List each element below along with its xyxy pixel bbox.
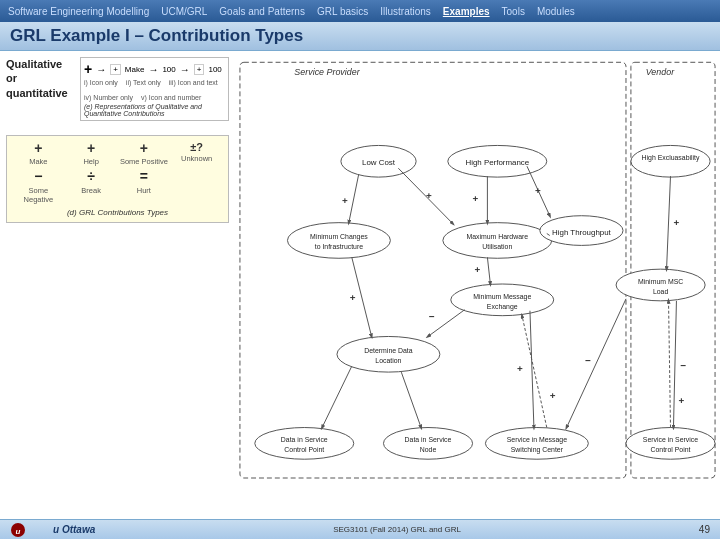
footer-page-number: 49 [699,524,710,535]
svg-text:u: u [16,527,21,536]
node-data-scp-label: Data in Service [281,436,328,443]
top-navigation: Software Engineering Modelling UCM/GRL G… [0,0,720,22]
arrow-minmsg-svcmsc [530,311,534,428]
node-svc-msc-label2: Switching Center [511,446,564,454]
nav-item-ucm[interactable]: UCM/GRL [161,6,207,17]
node-det-data-label: Determine Data [364,347,413,354]
logo-text: u Ottawa [53,524,95,535]
vendor-label: Vendor [646,67,675,77]
footer: u u Ottawa SEG3101 (Fall 2014) GRL and G… [0,519,720,539]
unknown-symbol: ±? [190,141,203,153]
some-positive-symbol: + [140,141,148,156]
footer-course: SEG3101 (Fall 2014) GRL and GRL [333,525,461,534]
main-content: Qualitative or quantitative + → + Make →… [0,51,720,519]
node-min-changes-label: Minimum Changes [310,233,368,241]
node-min-msc-label: Minimum MSC [638,278,683,285]
contrib-minus-minmsg-detdata: − [429,311,435,322]
arrow-lowcost-minchanges [349,174,359,223]
contrib-text-only-label: ii) Text only [126,79,161,86]
grl-type-some-negative: − Some Negative [13,169,64,203]
nav-item-modules[interactable]: Modules [537,6,575,17]
node-svc-scp-label: Service in Service [643,436,698,443]
node-data-sn-label2: Node [420,446,437,453]
arrow-svcmsc-minmsg-back [522,316,547,428]
node-low-cost-label: Low Cost [362,158,396,167]
contrib-icon-num-label: v) Icon and number [141,94,201,101]
contrib-representations-caption: (e) Representations of Qualitative and Q… [84,103,225,117]
node-high-performance-label: High Performance [465,158,529,167]
grl-diagram-svg: Service Provider Vendor Low Cost High Pe… [235,51,720,519]
arrow-highexcl-minmsc [667,176,671,269]
arrow-detdata-datascp [322,366,352,427]
right-diagram-panel: Service Provider Vendor Low Cost High Pe… [235,51,720,519]
arrow-maxhw-minmsg [487,257,490,284]
grl-types-caption: (d) GRL Contributions Types [13,208,222,217]
contrib-plus-highperf-maxhw: + [473,193,479,204]
nav-item-illustrations[interactable]: Illustrations [380,6,431,17]
break-label: Break [81,186,101,195]
nav-item-grl-basics[interactable]: GRL basics [317,6,368,17]
contrib-plus-minchanges-detdata: + [350,292,356,303]
node-max-hardware-label2: Utilisation [482,243,512,250]
grl-type-unknown: ±? Unknown [171,141,222,166]
node-max-hardware-label: Maximum Hardware [466,233,528,240]
contrib-plus-lowcost-maxhw: + [426,190,432,201]
node-svc-scp-label2: Control Point [651,446,691,453]
some-positive-label: Some Positive [120,157,168,166]
nav-item-goals[interactable]: Goals and Patterns [219,6,305,17]
nav-item-examples[interactable]: Examples [443,6,490,17]
uottawa-logo-svg: u [10,522,50,538]
left-panel: Qualitative or quantitative + → + Make →… [0,51,235,519]
node-data-scp-label2: Control Point [284,446,324,453]
nav-item-tools[interactable]: Tools [502,6,525,17]
contrib-num-only-label: iv) Number only [84,94,133,101]
grl-type-help: + Help [66,141,117,166]
node-high-excl-label: High Excluasability [642,154,701,162]
contrib-plus-highexcl-minmsc: + [673,217,679,228]
qualitative-label: Qualitative or quantitative [6,57,74,100]
service-provider-boundary [240,62,626,478]
hurt-symbol: = [140,169,148,184]
make-label: Make [29,157,47,166]
grl-type-break: ÷ Break [66,169,117,203]
page-title: GRL Example I – Contribution Types [10,26,710,46]
grl-type-hurt: = Hurt [119,169,170,203]
node-min-msc-label2: Load [653,288,669,295]
node-min-changes-label2: to Infrastructure [315,243,364,250]
help-label: Help [83,157,98,166]
arrow-minmsc-svcmsc [567,299,626,428]
grl-type-make: + Make [13,141,64,166]
contrib-plus-minmsg-svcmsc: + [517,363,523,374]
service-provider-label: Service Provider [294,67,360,77]
arrow-detdata-datasn [401,372,421,427]
grl-type-some-positive: + Some Positive [119,141,170,166]
contrib-plus-lowcost-minchanges: + [342,195,348,206]
make-symbol: + [34,141,42,156]
page-title-bar: GRL Example I – Contribution Types [0,22,720,51]
contrib-plus-maxhw-minmsg: + [475,264,481,275]
node-data-sn-label: Data in Service [405,436,452,443]
arrow-minmsc-svcscp [673,301,676,428]
grl-types-box: + Make + Help + Some Positive ±? Unknown [6,135,229,223]
hurt-label: Hurt [137,186,151,195]
some-negative-symbol: − [34,169,42,184]
node-min-message-label2: Exchange [487,303,518,311]
nav-item-sem[interactable]: Software Engineering Modelling [8,6,149,17]
help-symbol: + [87,141,95,156]
contrib-icon-text-label: iii) Icon and text [169,79,218,86]
node-high-throughput-label: High Throughput [552,228,612,237]
contrib-plus-svcmsc-minmsg: + [550,390,556,401]
node-min-message-label: Minimum Message [473,293,531,301]
contrib-minus-minmsc-svcscp: − [680,360,686,371]
arrow-svcscp-minmsc-back [669,301,671,428]
contrib-icon-only-label: i) Icon only [84,79,118,86]
contrib-plus-highperf-highthroughput: + [535,185,541,196]
node-det-data-label2: Location [375,357,401,364]
contributions-representations-box: + → + Make → 100 → + 100 i) Icon only ii… [80,57,229,121]
contrib-plus-svcscp-minmsc: + [678,395,684,406]
contrib-minus-minmsc-svcmsc: − [585,355,591,366]
node-svc-msc-label: Service in Message [507,436,567,444]
some-negative-label: Some Negative [13,186,64,204]
unknown-label: Unknown [181,154,212,163]
footer-logo: u u Ottawa [10,522,95,538]
